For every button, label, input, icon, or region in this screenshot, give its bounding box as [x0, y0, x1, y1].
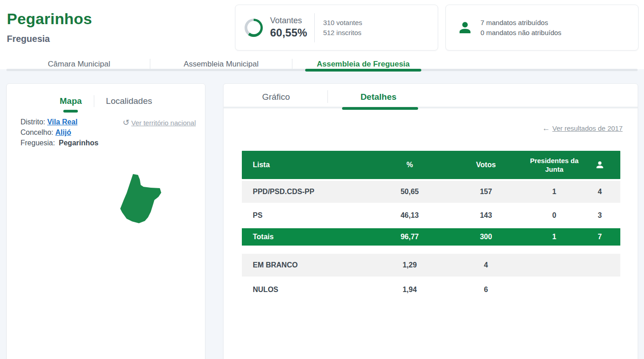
table-totals-row: Totais 96,77 300 1 7: [242, 228, 620, 246]
cell-presidentes: 1: [529, 233, 579, 241]
parish-value: Pegarinhos: [59, 139, 98, 147]
mandates-card: 7 mandatos atribuídos 0 mandatos não atr…: [445, 5, 639, 51]
cell-percent: 1,94: [377, 286, 443, 294]
national-territory-label: Ver território nacional: [131, 119, 196, 127]
cell-presidentes: 1: [529, 188, 579, 196]
person-icon: [457, 20, 473, 36]
details-panel: Gráfico Detalhes ←Ver resultados de 2017…: [223, 83, 638, 359]
municipality-label: Concelho:: [20, 128, 53, 136]
cell-votos: 143: [443, 211, 529, 220]
tab-localidades-label: Localidades: [106, 96, 152, 106]
tab-assembleia-freguesia[interactable]: Assembleia de Freguesia: [292, 60, 434, 69]
cell-mandatos: 3: [579, 211, 620, 220]
results-2017-link[interactable]: ←Ver resultados de 2017: [542, 124, 623, 133]
cell-presidentes: 0: [529, 211, 579, 220]
turnout-percent: 60,55%: [270, 26, 307, 39]
district-link[interactable]: Vila Real: [47, 118, 77, 126]
registered-count: 512 inscritos: [323, 28, 362, 38]
mandates-assigned: 7 mandatos atribuídos: [480, 18, 562, 28]
cell-percent: 1,29: [377, 261, 443, 269]
tab-localidades[interactable]: Localidades: [94, 96, 164, 106]
cell-mandatos: 4: [579, 188, 620, 196]
person-icon: [595, 160, 605, 170]
table-row: PS 46,13 143 0 3: [242, 205, 620, 226]
map-panel-tabs: Mapa Localidades: [7, 84, 205, 112]
parish-label: Freguesia:: [20, 139, 55, 147]
tab-mapa-underline: [63, 110, 78, 113]
tab-camara-municipal[interactable]: Câmara Municipal: [8, 60, 150, 69]
header-mandates: [579, 160, 620, 170]
turnout-label: Votantes: [270, 16, 307, 26]
cell-votos: 300: [443, 233, 529, 241]
cell-lista: EM BRANCO: [242, 261, 377, 269]
page-title: Pegarinhos: [7, 10, 92, 28]
tabs-active-underline: [305, 69, 421, 72]
cell-mandatos: 7: [579, 233, 620, 241]
location-block: Distrito: Vila Real Concelho: Alijó Freg…: [20, 117, 98, 148]
header-lista: Lista: [242, 161, 377, 169]
table-row: PPD/PSD.CDS-PP 50,65 157 1 4: [242, 181, 620, 203]
voters-count: 310 votantes: [323, 18, 362, 28]
tab-assembleia-municipal[interactable]: Assembleia Municipal: [150, 60, 292, 69]
details-panel-tabs: Gráfico Detalhes: [224, 84, 638, 108]
municipality-link[interactable]: Alijó: [56, 128, 72, 136]
table-header-row: Lista % Votos Presidentes da Junta: [242, 151, 620, 179]
map-panel: Mapa Localidades Distrito: Vila Real Con…: [6, 83, 205, 359]
results-table: Lista % Votos Presidentes da Junta PPD/P…: [242, 151, 620, 303]
parish-map-shape[interactable]: [111, 173, 164, 235]
mandates-unassigned: 0 mandatos não atribuídos: [480, 28, 562, 38]
tab-divider: [327, 90, 328, 103]
left-arrow-icon: ←: [542, 124, 550, 133]
header-presidentes: Presidentes da Junta: [529, 156, 579, 174]
tab-mapa-label: Mapa: [60, 96, 82, 106]
cell-lista: Totais: [242, 233, 377, 241]
header-percent: %: [377, 161, 443, 169]
cell-lista: PS: [242, 211, 377, 220]
cell-percent: 46,13: [377, 211, 443, 220]
header-votos: Votos: [443, 161, 529, 169]
turnout-card: Votantes 60,55% 310 votantes 512 inscrit…: [235, 5, 438, 51]
cell-percent: 50,65: [377, 188, 443, 196]
cell-lista: PPD/PSD.CDS-PP: [242, 188, 377, 196]
turnout-divider: [314, 13, 315, 42]
tab-detalhes[interactable]: Detalhes: [329, 92, 428, 102]
turnout-ring-hole: [247, 21, 261, 34]
page-subtitle: Freguesia: [7, 34, 50, 44]
cell-votos: 4: [443, 261, 529, 269]
cell-percent: 96,77: [377, 233, 443, 241]
tab-detalhes-underline: [342, 107, 418, 110]
results-2017-label: Ver resultados de 2017: [552, 124, 623, 132]
turnout-ring-icon: [245, 19, 263, 37]
national-territory-link[interactable]: ↺Ver território nacional: [123, 118, 196, 128]
cell-votos: 6: [443, 286, 529, 294]
tab-mapa[interactable]: Mapa: [48, 96, 94, 106]
undo-icon: ↺: [123, 118, 129, 128]
table-row: EM BRANCO 1,29 4: [242, 254, 620, 277]
district-label: Distrito:: [20, 118, 45, 126]
cell-lista: NULOS: [242, 286, 377, 294]
table-row: NULOS 1,94 6: [242, 278, 620, 301]
tab-grafico[interactable]: Gráfico: [224, 92, 328, 102]
cell-votos: 157: [443, 188, 529, 196]
